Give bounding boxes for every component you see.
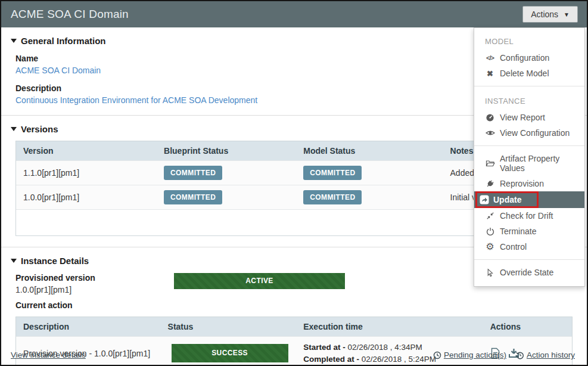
x-icon: ✖ <box>485 69 495 78</box>
instance-details-title: Instance Details <box>21 256 89 266</box>
version-cell: 1.1.0[pr1][pm1] <box>16 163 157 182</box>
menu-item-reprovision[interactable]: Reprovision <box>474 176 584 191</box>
menu-item-label: Configuration <box>500 53 549 63</box>
menu-section-header-model: MODEL <box>474 32 584 50</box>
menu-item-label: View Report <box>500 113 545 122</box>
current-action-label: Current action <box>11 300 573 310</box>
page-title: ACME SOA CI Domain <box>11 8 129 21</box>
menu-item-label: Check for Drift <box>500 211 553 221</box>
menu-divider <box>474 259 584 260</box>
pending-actions-label: Pending action(s) <box>444 351 506 359</box>
provisioned-version-value: 1.0.0[pr1][pm1] <box>15 285 174 294</box>
menu-item-update[interactable]: Update <box>474 191 584 208</box>
menu-item-label: Reprovision <box>500 179 544 188</box>
actions-dropdown-menu: MODEL </> Configuration ✖ Delete Model I… <box>474 27 585 287</box>
menu-item-view-report[interactable]: View Report <box>474 110 584 125</box>
menu-divider <box>474 145 584 146</box>
pending-actions-link[interactable]: Pending action(s) <box>433 351 506 359</box>
menu-section-header-instance: INSTANCE <box>474 91 584 110</box>
name-value-link[interactable]: ACME SOA CI Domain <box>15 66 101 75</box>
actions-button[interactable]: Actions ▼ <box>522 6 578 23</box>
top-bar: ACME SOA CI Domain Actions ▼ <box>1 1 587 27</box>
collapse-triangle-icon <box>11 39 17 43</box>
clock-icon <box>433 351 441 359</box>
collapse-triangle-icon <box>11 259 17 263</box>
red-annotation-box: Update <box>475 191 539 208</box>
menu-item-label: Update <box>493 195 521 204</box>
menu-item-check-for-drift[interactable]: Check for Drift <box>474 208 584 224</box>
col-execution-time: Execution time <box>296 317 483 336</box>
share-arrow-icon <box>479 195 489 204</box>
model-status-badge: COMMITTED <box>303 166 362 180</box>
menu-item-override-state[interactable]: Override State <box>474 265 584 280</box>
blueprint-status-badge: COMMITTED <box>164 190 222 204</box>
pointer-icon <box>485 268 495 277</box>
action-history-link[interactable]: Action history <box>516 351 575 359</box>
menu-item-delete-model[interactable]: ✖ Delete Model <box>474 66 584 81</box>
col-blueprint-status: Blueprint Status <box>157 141 296 160</box>
menu-divider <box>474 86 584 86</box>
app-window: ACME SOA CI Domain Actions ▼ General Inf… <box>0 0 588 366</box>
menu-item-control[interactable]: ⚙ Control <box>474 239 584 255</box>
menu-item-label: Artifact Property Values <box>500 154 584 173</box>
menu-item-label: Override State <box>500 268 553 277</box>
chevron-down-icon: ▼ <box>564 11 570 18</box>
code-icon: </> <box>485 54 495 61</box>
menu-item-label: Delete Model <box>500 69 549 78</box>
view-instance-details-link[interactable]: View instance details <box>11 351 86 359</box>
general-info-title: General Information <box>21 36 106 46</box>
menu-item-label: Control <box>500 242 527 252</box>
plug-icon <box>485 179 495 188</box>
menu-item-configuration[interactable]: </> Configuration <box>474 50 584 66</box>
collapse-triangle-icon <box>11 127 17 131</box>
col-model-status: Model Status <box>296 141 443 160</box>
description-value-link[interactable]: Continuous Integration Environment for A… <box>15 95 257 105</box>
col-description: Description <box>16 317 161 336</box>
menu-item-terminate[interactable]: Terminate <box>474 224 584 239</box>
menu-item-label: Terminate <box>500 227 536 236</box>
active-state-badge: ACTIVE <box>174 273 345 289</box>
blueprint-status-badge: COMMITTED <box>164 166 222 180</box>
eye-icon <box>485 128 495 138</box>
provisioned-version-label: Provisioned version <box>15 273 174 283</box>
action-history-label: Action history <box>527 351 575 359</box>
current-action-table-header: Description Status Execution time Action… <box>16 317 572 336</box>
footer-bar: View instance details Pending action(s) … <box>11 351 575 359</box>
menu-item-artifact-property-values[interactable]: Artifact Property Values <box>474 151 584 176</box>
versions-title: Versions <box>21 124 58 134</box>
menu-item-view-configuration[interactable]: View Configuration <box>474 125 584 141</box>
gauge-icon <box>485 113 495 122</box>
col-status: Status <box>161 317 297 336</box>
version-cell: 1.0.0[pr1][pm1] <box>16 188 157 207</box>
col-actions: Actions <box>483 317 572 336</box>
col-version: Version <box>16 141 157 160</box>
menu-item-label: View Configuration <box>500 128 570 138</box>
power-icon <box>485 227 495 235</box>
drift-arrows-icon <box>485 212 495 220</box>
history-icon <box>516 351 524 359</box>
actions-button-label: Actions <box>531 10 558 19</box>
folder-open-icon <box>485 159 495 168</box>
gear-icon: ⚙ <box>485 242 495 252</box>
model-status-badge: COMMITTED <box>303 190 362 204</box>
